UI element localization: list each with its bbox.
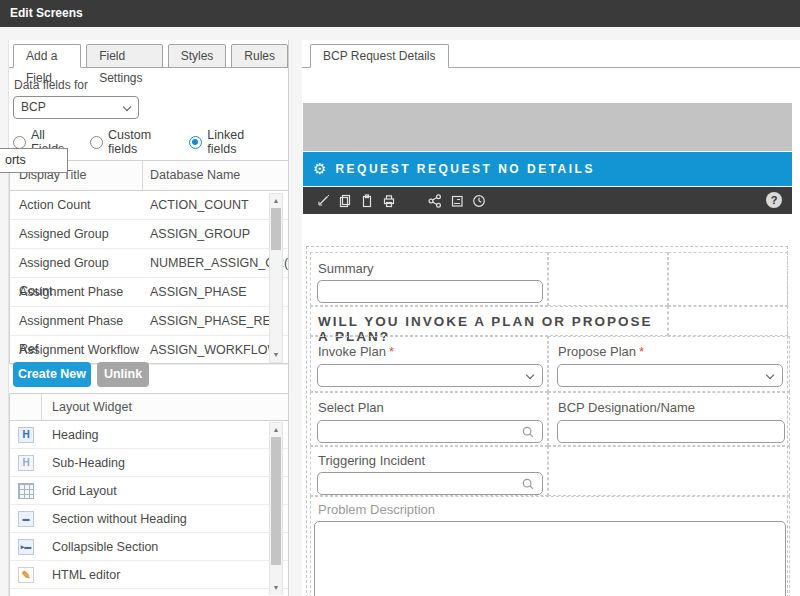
entity-select[interactable]: BCP	[13, 96, 139, 119]
cell-database-name: NUMBER_ASSIGN_GR(	[142, 249, 288, 277]
propose-plan-select[interactable]	[557, 364, 783, 387]
cell-display-title: Action Count	[10, 191, 142, 219]
cell-display-title: Assignment Phase	[10, 278, 142, 306]
table-row[interactable]: Assigned Group Count NUMBER_ASSIGN_GR(	[10, 249, 288, 278]
window-title: Edit Screens	[10, 6, 83, 20]
cell-problem-description: Problem Description	[310, 496, 790, 596]
unlink-button[interactable]: Unlink	[97, 362, 149, 387]
table-row[interactable]: Assigned Group ASSIGN_GROUP	[10, 220, 288, 249]
widget-label: Grid Layout	[52, 484, 117, 498]
banner-placeholder	[303, 103, 792, 151]
radio-linked-fields[interactable]	[189, 136, 202, 149]
radio-linked-fields-label[interactable]: Linked fields	[207, 128, 269, 156]
scroll-down-icon[interactable]: ▼	[270, 582, 282, 594]
invoke-plan-select[interactable]	[317, 364, 543, 387]
widget-row-sub-heading[interactable]: H Sub-Heading	[10, 449, 288, 477]
field-editor-panel: Add a Field Field Settings Styles Rules …	[8, 40, 289, 596]
summary-input[interactable]	[317, 280, 543, 303]
scroll-down-icon[interactable]: ▼	[270, 349, 282, 361]
radio-custom-fields-label[interactable]: Custom fields	[108, 128, 175, 156]
cell-invoke-plan: Invoke Plan*	[310, 336, 548, 392]
section-icon: ▬	[18, 511, 34, 527]
share-icon[interactable]	[427, 193, 443, 209]
label-text: Propose Plan	[558, 344, 636, 359]
search-icon	[521, 477, 535, 495]
col-layout-widget: Layout Widget	[42, 394, 132, 420]
empty-cell	[668, 252, 788, 306]
invoke-plan-label: Invoke Plan*	[318, 344, 547, 359]
collapse-icon[interactable]	[315, 193, 331, 209]
label-text: Invoke Plan	[318, 344, 386, 359]
cell-triggering-incident: Triggering Incident	[310, 446, 548, 496]
cell-display-title: Assigned Group Count	[10, 249, 142, 277]
grid-layout-icon	[18, 483, 34, 499]
table-row[interactable]: Assignment Phase Ref ASSIGN_PHASE_REF	[10, 307, 288, 336]
widget-row-heading[interactable]: H Heading	[10, 421, 288, 449]
tab-styles[interactable]: Styles	[168, 44, 227, 68]
report-icon[interactable]	[449, 193, 465, 209]
cell-propose-plan: Propose Plan*	[548, 336, 790, 392]
right-tabrow: BCP Request Details	[302, 44, 800, 68]
cell-database-name: ASSIGN_PHASE	[142, 278, 288, 306]
problem-description-textarea[interactable]	[314, 521, 786, 596]
help-icon[interactable]: ?	[766, 192, 782, 208]
copy-icon[interactable]	[337, 193, 353, 209]
table-row[interactable]: Action Count ACTION_COUNT	[10, 191, 288, 220]
form-toolbar: ?	[303, 187, 792, 214]
icon-column-header	[10, 394, 42, 420]
screen-preview-panel: BCP Request Details ⚙ REQUEST REQUEST NO…	[302, 40, 800, 596]
widget-label: Section without Heading	[52, 512, 187, 526]
triggering-incident-label: Triggering Incident	[318, 453, 547, 468]
heading-icon: H	[18, 427, 34, 443]
widgets-scrollbar[interactable]: ▲ ▼	[269, 422, 283, 595]
cell-select-plan: Select Plan	[310, 392, 548, 446]
problem-description-label: Problem Description	[318, 502, 789, 517]
required-marker: *	[639, 344, 644, 359]
section-header-bar: ⚙ REQUEST REQUEST NO DETAILS	[303, 152, 792, 186]
scrollbar-thumb[interactable]	[271, 208, 281, 250]
widget-row-collapsible-section[interactable]: ▸▬ Collapsible Section	[10, 533, 288, 561]
scrollbar-thumb[interactable]	[271, 437, 281, 565]
col-database-name: Database Name	[142, 161, 288, 190]
cell-display-title: Assignment Phase Ref	[10, 307, 142, 335]
scroll-up-icon[interactable]: ▲	[270, 195, 282, 207]
chevron-down-icon	[766, 371, 774, 379]
chevron-down-icon	[123, 103, 131, 111]
triggering-incident-input[interactable]	[317, 472, 543, 495]
tab-add-a-field[interactable]: Add a Field	[13, 44, 81, 68]
bcp-designation-label: BCP Designation/Name	[558, 400, 789, 415]
widget-row-section-without-heading[interactable]: ▬ Section without Heading	[10, 505, 288, 533]
sub-heading-icon: H	[18, 455, 34, 471]
cell-summary: Summary	[310, 252, 548, 306]
tab-field-settings[interactable]: Field Settings	[86, 44, 162, 68]
collapsible-section-icon: ▸▬	[18, 539, 34, 555]
section-header-title: REQUEST REQUEST NO DETAILS	[335, 162, 594, 176]
history-icon[interactable]	[471, 193, 487, 209]
titlebar: Edit Screens	[0, 0, 800, 27]
table-row[interactable]: Assignment Phase ASSIGN_PHASE	[10, 278, 288, 307]
create-new-button[interactable]: Create New	[13, 362, 91, 387]
radio-all-fields[interactable]	[13, 136, 26, 149]
cell-bcp-designation: BCP Designation/Name	[548, 392, 790, 446]
empty-cell	[668, 306, 788, 336]
print-icon[interactable]	[381, 193, 397, 209]
scroll-up-icon[interactable]: ▲	[270, 424, 282, 436]
widget-row-html-editor[interactable]: ✎ HTML editor	[10, 561, 288, 589]
bcp-designation-input[interactable]	[557, 420, 785, 443]
widget-label: Collapsible Section	[52, 540, 158, 554]
select-plan-label: Select Plan	[318, 400, 547, 415]
select-plan-input[interactable]	[317, 420, 543, 443]
table-row[interactable]: Assignment Workflow ASSIGN_WORKFLOW	[10, 336, 288, 365]
paste-icon[interactable]	[359, 193, 375, 209]
tab-rules[interactable]: Rules	[231, 44, 288, 68]
cell-database-name: ACTION_COUNT	[142, 191, 288, 219]
cell-question-heading: WILL YOU INVOKE A PLAN OR PROPOSE A PLAN…	[310, 306, 668, 336]
chevron-down-icon	[526, 371, 534, 379]
gear-icon[interactable]: ⚙	[313, 160, 326, 178]
radio-custom-fields[interactable]	[90, 136, 103, 149]
empty-cell	[548, 446, 790, 496]
search-icon	[521, 425, 535, 443]
fields-table-scrollbar[interactable]: ▲ ▼	[269, 193, 283, 363]
widget-row-grid-layout[interactable]: Grid Layout	[10, 477, 288, 505]
tab-bcp-request-details[interactable]: BCP Request Details	[310, 44, 449, 68]
